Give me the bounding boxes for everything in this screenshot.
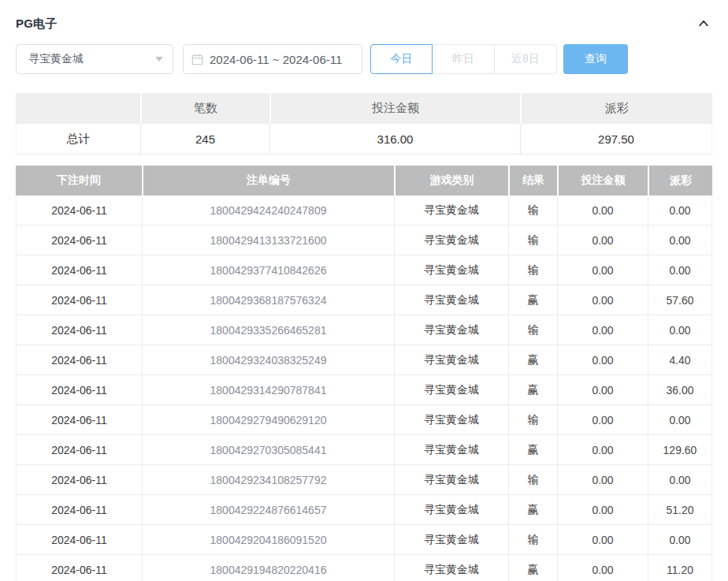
cell-payout: 0.00 — [648, 465, 712, 495]
cell-bet-amount: 0.00 — [557, 495, 648, 525]
cell-bet-id: 1800429314290787841 — [142, 375, 394, 405]
page-title: PG电子 — [16, 17, 57, 32]
cell-game-type: 寻宝黄金城 — [394, 405, 508, 435]
summary-header-row: 笔数 投注金额 派彩 — [16, 93, 712, 124]
cell-game-type: 寻宝黄金城 — [394, 465, 508, 495]
cell-bet-id: 1800429224876614657 — [142, 495, 394, 525]
cell-game-type: 寻宝黄金城 — [394, 555, 508, 581]
summary-header-count: 笔数 — [140, 93, 269, 124]
table-row: 2024-06-111800429324038325249寻宝黄金城赢0.004… — [16, 345, 712, 375]
cell-bet-time: 2024-06-11 — [16, 255, 142, 285]
cell-bet-time: 2024-06-11 — [16, 555, 142, 581]
summary-header-bet-amount: 投注金额 — [269, 93, 520, 124]
summary-header-payout: 派彩 — [520, 93, 712, 124]
cell-game-type: 寻宝黄金城 — [394, 196, 508, 225]
cell-result: 赢 — [508, 285, 557, 315]
cell-result: 输 — [508, 196, 557, 225]
cell-payout: 51.20 — [648, 495, 712, 525]
panel-header: PG电子 — [16, 14, 712, 33]
table-row: 2024-06-111800429377410842626寻宝黄金城输0.000… — [16, 255, 712, 285]
cell-bet-id: 1800429413133721600 — [142, 225, 394, 255]
header-result: 结果 — [508, 166, 557, 196]
summary-header-empty — [16, 93, 140, 124]
cell-bet-time: 2024-06-11 — [16, 435, 142, 465]
cell-result: 赢 — [508, 555, 557, 581]
collapse-button[interactable] — [695, 15, 712, 32]
cell-game-type: 寻宝黄金城 — [394, 495, 508, 525]
cell-result: 输 — [508, 225, 557, 255]
cell-result: 输 — [508, 405, 557, 435]
cell-bet-amount: 0.00 — [557, 465, 648, 495]
cell-payout: 0.00 — [648, 196, 712, 225]
search-button[interactable]: 查询 — [563, 44, 628, 74]
cell-payout: 0.00 — [648, 225, 712, 255]
header-bet-time: 下注时间 — [16, 166, 142, 196]
cell-payout: 36.00 — [648, 375, 712, 405]
cell-result: 赢 — [508, 495, 557, 525]
cell-bet-amount: 0.00 — [557, 255, 648, 285]
cell-bet-amount: 0.00 — [557, 345, 648, 375]
cell-bet-amount: 0.00 — [557, 435, 648, 465]
cell-payout: 57.60 — [648, 285, 712, 315]
calendar-icon — [191, 54, 203, 65]
cell-game-type: 寻宝黄金城 — [394, 375, 508, 405]
date-range-value: 2024-06-11 ~ 2024-06-11 — [210, 53, 342, 66]
cell-result: 输 — [508, 465, 557, 495]
cell-bet-time: 2024-06-11 — [16, 345, 142, 375]
cell-payout: 0.00 — [648, 315, 712, 345]
filter-bar: 寻宝黄金城 2024-06-11 ~ 2024-06-11 今日 昨日 近8日 … — [16, 44, 712, 74]
cell-bet-time: 2024-06-11 — [16, 225, 142, 255]
cell-bet-time: 2024-06-11 — [16, 196, 142, 225]
bet-table-header-row: 下注时间 注单编号 游戏类别 结果 投注金额 派彩 — [16, 166, 712, 196]
yesterday-button[interactable]: 昨日 — [433, 44, 495, 74]
cell-result: 输 — [508, 525, 557, 555]
game-select[interactable]: 寻宝黄金城 — [16, 44, 173, 74]
table-row: 2024-06-111800429314290787841寻宝黄金城赢0.003… — [16, 375, 712, 405]
cell-bet-time: 2024-06-11 — [16, 375, 142, 405]
cell-bet-id: 1800429194820220416 — [142, 555, 394, 581]
cell-bet-time: 2024-06-11 — [16, 285, 142, 315]
game-select-value: 寻宝黄金城 — [28, 52, 84, 66]
summary-total-row: 总计 245 316.00 297.50 — [16, 124, 712, 155]
header-bet-amount: 投注金额 — [557, 166, 648, 196]
summary-total-label: 总计 — [16, 124, 140, 155]
cell-bet-amount: 0.00 — [557, 225, 648, 255]
table-row: 2024-06-111800429413133721600寻宝黄金城输0.000… — [16, 225, 712, 255]
table-row: 2024-06-111800429194820220416寻宝黄金城赢0.001… — [16, 555, 712, 581]
cell-result: 赢 — [508, 435, 557, 465]
cell-game-type: 寻宝黄金城 — [394, 345, 508, 375]
table-row: 2024-06-111800429270305085441寻宝黄金城赢0.001… — [16, 435, 712, 465]
chevron-down-icon — [155, 57, 163, 61]
today-button[interactable]: 今日 — [370, 44, 433, 74]
cell-bet-id: 1800429204186091520 — [142, 525, 394, 555]
cell-payout: 4.40 — [648, 345, 712, 375]
cell-result: 输 — [508, 255, 557, 285]
date-range-input[interactable]: 2024-06-11 ~ 2024-06-11 — [183, 44, 362, 74]
cell-game-type: 寻宝黄金城 — [394, 225, 508, 255]
quick-date-button-group: 今日 昨日 近8日 — [370, 44, 557, 74]
cell-bet-id: 1800429279490629120 — [142, 405, 394, 435]
cell-result: 赢 — [508, 375, 557, 405]
cell-bet-time: 2024-06-11 — [16, 315, 142, 345]
cell-bet-time: 2024-06-11 — [16, 495, 142, 525]
table-row: 2024-06-111800429204186091520寻宝黄金城输0.000… — [16, 525, 712, 555]
cell-bet-time: 2024-06-11 — [16, 465, 142, 495]
cell-game-type: 寻宝黄金城 — [394, 525, 508, 555]
cell-bet-amount: 0.00 — [557, 196, 648, 225]
cell-bet-amount: 0.00 — [557, 315, 648, 345]
cell-result: 输 — [508, 315, 557, 345]
header-game-type: 游戏类别 — [394, 166, 508, 196]
last-8-days-button[interactable]: 近8日 — [495, 44, 557, 74]
cell-bet-id: 1800429377410842626 — [142, 255, 394, 285]
cell-bet-id: 1800429234108257792 — [142, 465, 394, 495]
summary-table: 笔数 投注金额 派彩 总计 245 316.00 297.50 — [16, 93, 712, 155]
summary-total-count: 245 — [140, 124, 269, 155]
pg-panel: PG电子 寻宝黄金城 2024-06-11 ~ 20 — [0, 0, 728, 581]
cell-bet-id: 1800429368187576324 — [142, 285, 394, 315]
cell-bet-time: 2024-06-11 — [16, 525, 142, 555]
cell-bet-amount: 0.00 — [557, 555, 648, 581]
cell-bet-amount: 0.00 — [557, 405, 648, 435]
cell-payout: 0.00 — [648, 525, 712, 555]
cell-bet-amount: 0.00 — [557, 375, 648, 405]
cell-bet-id: 1800429335266465281 — [142, 315, 394, 345]
